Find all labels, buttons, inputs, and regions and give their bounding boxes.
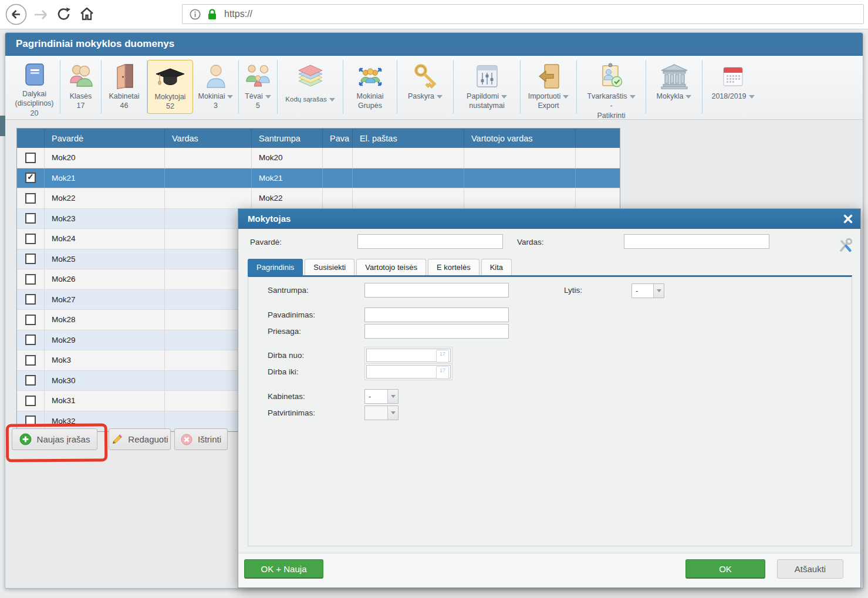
row-checkbox[interactable] [25,193,36,204]
chevron-down-icon[interactable] [329,98,335,102]
header-el-pastas[interactable]: El. paštas [353,129,464,148]
toolbar-item-mokykla[interactable]: Mokykla [646,60,702,114]
new-record-button[interactable]: Naujas įrašas [12,428,97,450]
kabinetas-select[interactable]: - [364,389,398,404]
forward-arrow-icon [33,8,49,22]
row-checkbox[interactable] [25,415,36,426]
table-row[interactable]: Mok21 Mok21 [17,168,620,189]
reload-button[interactable] [56,6,72,24]
kabinetas-label: Kabinetas: [268,392,305,401]
cell-pavarde: Mok24 [45,229,165,249]
schedule-check-icon [597,62,626,90]
chevron-down-icon[interactable] [653,284,664,298]
row-checkbox[interactable] [25,173,36,183]
toolbar-item-mokiniai-grupes[interactable]: Mokiniai Grupės [343,60,397,114]
bank-building-icon [660,62,689,90]
cell-extra [576,148,620,168]
ok-button[interactable]: OK [685,559,765,579]
chevron-down-icon[interactable] [749,95,755,99]
cancel-button[interactable]: Atšaukti [777,559,843,579]
dirba-iki-datepicker[interactable]: 17 [364,363,452,380]
tab-vartotojo-teises[interactable]: Vartotojo teisės [356,259,426,275]
table-row[interactable]: Mok20 Mok20 [17,148,620,168]
toolbar-item-mokiniai[interactable]: Mokiniai 3 [193,60,239,114]
info-icon[interactable] [190,9,201,20]
cell-pavarde: Mok27 [45,290,165,310]
toolbar-item-paskyra[interactable]: Paskyra [397,60,454,114]
chevron-down-icon[interactable] [227,95,233,99]
import-export-icon [535,62,562,90]
header-pavarde[interactable]: Pavardė [45,129,165,148]
row-checkbox[interactable] [25,274,36,285]
chevron-down-icon[interactable] [563,95,569,99]
home-button[interactable] [79,6,94,24]
forward-button[interactable] [33,8,49,24]
row-checkbox[interactable] [25,335,36,345]
tab-pagrindinis[interactable]: Pagrindinis [248,259,303,275]
dirba-nuo-datepicker[interactable]: 17 [364,347,452,364]
row-checkbox[interactable] [25,213,36,224]
santrumpa-input[interactable] [364,283,509,298]
edit-button[interactable]: Redaguoti [109,428,171,450]
cell-pavarde: Mok23 [45,209,165,229]
toolbar-item-kodu-sarasas[interactable]: Kodų sąrašas [278,60,343,114]
ok-new-button[interactable]: OK + Nauja [244,559,323,579]
tab-e-korteles[interactable]: E kortelės [428,259,479,275]
pavadinimas-input[interactable] [364,308,509,322]
tab-susisiekti[interactable]: Susisiekti [305,259,354,275]
priesaga-input[interactable] [364,324,509,339]
row-checkbox[interactable] [25,315,36,325]
table-row[interactable]: Mok22 Mok22 [17,188,620,209]
mokytojas-dialog: Mokytojas Pavardė: Vardas: Pagrindinis S… [238,208,861,588]
close-icon[interactable] [843,214,853,224]
toolbar-item-tevai[interactable]: Tėvai 5 [239,60,278,114]
key-icon [412,62,439,90]
row-checkbox[interactable] [25,153,36,163]
header-santrumpa[interactable]: Santrumpa [252,129,323,148]
vardas-input[interactable] [624,234,769,249]
header-vartotojo-vardas[interactable]: Vartotojo vardas [464,129,576,148]
back-button[interactable] [5,4,27,28]
chevron-down-icon[interactable] [501,95,507,99]
lytis-select[interactable]: - [631,283,664,298]
header-vardas[interactable]: Vardas [165,129,252,148]
header-pava[interactable]: Pava [323,129,353,148]
row-checkbox[interactable] [25,355,36,366]
row-checkbox[interactable] [25,254,36,264]
toolbar-item-klases[interactable]: Klasės 17 [60,60,102,114]
row-checkbox[interactable] [25,375,36,386]
chevron-down-icon[interactable] [630,95,636,99]
cell-pavarde: Mok32 [45,411,165,431]
url-text[interactable]: https:// [224,9,252,19]
delete-button[interactable]: Ištrinti [174,428,228,450]
toolbar-item-dalykai[interactable]: Dalykai (disciplinos) 20 [9,60,60,114]
chevron-down-icon[interactable] [265,95,271,99]
toolbar-item-kabinetai[interactable]: Kabinetai 46 [102,60,147,114]
dialog-title: Mokytojas [238,209,860,229]
row-checkbox[interactable] [25,396,36,406]
calendar-icon[interactable]: 17 [436,350,449,363]
cell-santrumpa: Mok22 [252,188,323,208]
row-checkbox[interactable] [25,294,36,305]
row-checkbox[interactable] [25,234,36,244]
toolbar-item-mokytojai[interactable]: Mokytojai 52 [147,60,193,114]
cell-el-pastas [353,188,464,208]
tools-icon[interactable] [838,237,853,256]
patvirtinimas-select[interactable] [364,406,398,420]
pavarde-input[interactable] [357,234,503,249]
chevron-down-icon[interactable] [437,95,443,99]
toolbar-item-papildomi-nustatymai[interactable]: Papildomi nustatymai [454,60,521,114]
toolbar-item-importuoti-export[interactable]: Importuoti Export [521,60,577,114]
tab-kita[interactable]: Kita [481,259,512,275]
toolbar-item-tvarkarastis[interactable]: Tvarkaraštis - Patikrinti [577,60,646,114]
url-bar[interactable]: https:// [182,4,864,24]
header-checkbox-col [17,129,45,148]
calendar-icon[interactable]: 17 [436,366,449,379]
cell-pava [323,188,353,208]
chevron-down-icon[interactable] [685,95,691,99]
santrumpa-label: Santrumpa: [268,286,309,295]
toolbar-item-mokslo-metai[interactable]: 2018/2019 [702,60,764,114]
pavadinimas-label: Pavadinimas: [268,310,315,319]
chevron-down-icon[interactable] [387,390,398,403]
chevron-down-icon[interactable] [387,406,398,420]
